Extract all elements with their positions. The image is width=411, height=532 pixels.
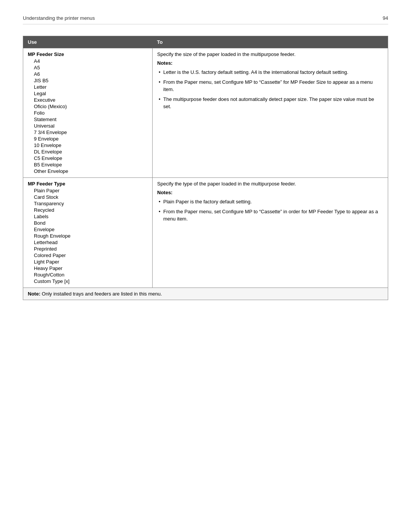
list-item: Rough/Cotton (28, 272, 148, 278)
use-cell-mp-feeder-type: MP Feeder TypePlain PaperCard StockTrans… (23, 178, 153, 288)
list-item: Letterhead (28, 239, 148, 246)
notes-label-mp-feeder-type: Notes: (157, 190, 383, 195)
list-item: Preprinted (28, 246, 148, 252)
page-number: 94 (383, 15, 388, 21)
list-item: 10 Envelope (28, 142, 148, 149)
use-cell-mp-feeder-size: MP Feeder SizeA4A5A6JIS B5LetterLegalExe… (23, 48, 153, 178)
list-item: Envelope (28, 226, 148, 233)
list-item: A6 (28, 71, 148, 77)
to-cell-mp-feeder-size: Specify the size of the paper loaded in … (153, 48, 388, 178)
list-item: Executive (28, 97, 148, 103)
list-item: Labels (28, 213, 148, 220)
list-item: Heavy Paper (28, 265, 148, 272)
list-item: Light Paper (28, 259, 148, 265)
list-item: Colored Paper (28, 252, 148, 259)
list-item: Other Envelope (28, 168, 148, 174)
note-item: Plain Paper is the factory default setti… (157, 197, 383, 207)
list-item: A5 (28, 64, 148, 71)
to-text-mp-feeder-size: Specify the size of the paper loaded in … (157, 51, 383, 57)
list-item: B5 Envelope (28, 161, 148, 168)
list-item: Letter (28, 84, 148, 90)
use-title-mp-feeder-size: MP Feeder Size (28, 51, 148, 57)
list-item: Bond (28, 220, 148, 226)
footer-bold: Note: (28, 291, 40, 297)
note-item: The multipurpose feeder does not automat… (157, 94, 383, 112)
table-row-mp-feeder-type: MP Feeder TypePlain PaperCard StockTrans… (23, 178, 388, 288)
list-item: Rough Envelope (28, 233, 148, 239)
notes-label-mp-feeder-size: Notes: (157, 60, 383, 66)
table-row-mp-feeder-size: MP Feeder SizeA4A5A6JIS B5LetterLegalExe… (23, 48, 388, 178)
list-item: DL Envelope (28, 149, 148, 155)
list-item: JIS B5 (28, 77, 148, 84)
list-item: Card Stock (28, 194, 148, 200)
list-item: Plain Paper (28, 187, 148, 194)
list-item: Transparency (28, 200, 148, 207)
to-cell-mp-feeder-type: Specify the type of the paper loaded in … (153, 178, 388, 288)
note-item: Letter is the U.S. factory default setti… (157, 67, 383, 77)
footer-row: Note: Only installed trays and feeders a… (23, 288, 388, 300)
list-item: 7 3/4 Envelope (28, 129, 148, 136)
main-table: Use To MP Feeder SizeA4A5A6JIS B5LetterL… (23, 36, 388, 300)
list-item: A4 (28, 58, 148, 64)
list-item: Recycled (28, 207, 148, 213)
list-item: Oficio (Mexico) (28, 103, 148, 110)
to-text-mp-feeder-type: Specify the type of the paper loaded in … (157, 181, 383, 187)
list-item: Custom Type [x] (28, 278, 148, 284)
col-use-header: Use (23, 36, 153, 48)
footer-text: Only installed trays and feeders are lis… (40, 291, 162, 297)
footer-cell: Note: Only installed trays and feeders a… (23, 288, 388, 300)
list-item: Statement (28, 116, 148, 123)
list-item: C5 Envelope (28, 155, 148, 161)
list-item: Universal (28, 123, 148, 129)
note-item: From the Paper menu, set Configure MP to… (157, 77, 383, 94)
use-title-mp-feeder-type: MP Feeder Type (28, 181, 148, 187)
list-item: Legal (28, 90, 148, 97)
list-item: 9 Envelope (28, 136, 148, 142)
list-item: Folio (28, 110, 148, 116)
page-header-title: Understanding the printer menus (23, 15, 95, 21)
note-item: From the Paper menu, set Configure MP to… (157, 207, 383, 224)
col-to-header: To (153, 36, 388, 48)
